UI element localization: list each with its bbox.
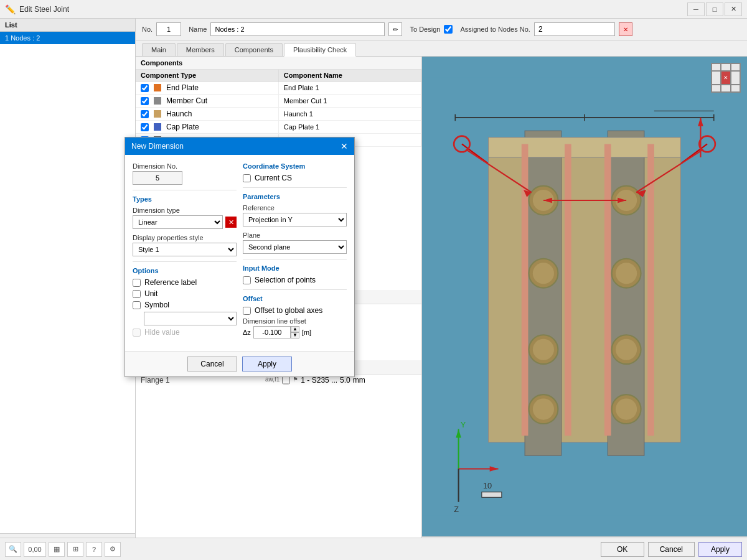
component-row[interactable]: End Plate End Plate 1 — [136, 82, 421, 95]
current-cs-text: Current CS — [255, 174, 292, 182]
comp-checkbox[interactable] — [141, 123, 149, 131]
ref-label-row: Reference label — [133, 278, 237, 287]
modal-close-button[interactable]: ✕ — [341, 141, 348, 151]
name-input[interactable] — [210, 22, 385, 36]
svg-text:10: 10 — [483, 481, 492, 490]
modal-top-row: Dimension No. Types Dimension type Linea… — [133, 162, 347, 343]
plane-label: Plane — [243, 231, 347, 239]
unit-checkbox[interactable] — [133, 290, 141, 298]
tab-components[interactable]: Components — [225, 43, 283, 56]
title-bar: ✏️ Edit Steel Joint ─ □ ✕ — [0, 0, 747, 19]
app-settings-btn[interactable]: ⚙ — [105, 542, 121, 557]
app-help-btn[interactable]: ? — [86, 542, 102, 557]
offset-value-input[interactable] — [253, 326, 291, 338]
component-row[interactable]: Cap Plate Cap Plate 1 — [136, 121, 421, 134]
comp-checkbox[interactable] — [141, 97, 149, 105]
display-style-field: Display properties style Style 1 Style 2 — [133, 234, 237, 256]
comp-name: Haunch 1 — [278, 108, 421, 121]
types-section-title: Types — [133, 195, 237, 203]
assigned-pick-btn[interactable]: ✕ — [619, 22, 632, 36]
spin-controls: ▲ ▼ — [291, 326, 299, 338]
tab-members[interactable]: Members — [177, 43, 224, 56]
svg-point-23 — [533, 263, 554, 284]
comp-type-name: End Plate — [166, 83, 199, 92]
app-search-btn[interactable]: 🔍 — [5, 542, 21, 557]
comp-checkbox[interactable] — [141, 110, 149, 118]
offset-input-row: Δz ▲ ▼ [m] — [243, 326, 347, 338]
dim-no-input[interactable] — [133, 171, 182, 185]
name-group: Name ✏ — [189, 22, 402, 36]
display-style-select[interactable]: Style 1 Style 2 — [133, 243, 237, 256]
no-label: No. — [142, 26, 153, 33]
svg-rect-52 — [482, 492, 502, 498]
app-grid-btn[interactable]: ▦ — [49, 542, 65, 557]
name-label: Name — [189, 26, 207, 33]
app-bottom-right: OK Cancel Apply — [601, 542, 742, 557]
svg-point-25 — [616, 263, 637, 284]
dim-line-offset-field: Dimension line offset Δz ▲ ▼ [m] — [243, 317, 347, 338]
sel-points-checkbox[interactable] — [243, 276, 251, 284]
no-group: No. — [142, 22, 181, 36]
component-row[interactable]: Haunch Haunch 1 — [136, 108, 421, 121]
maximize-button[interactable]: □ — [706, 2, 723, 16]
no-input[interactable] — [156, 22, 181, 36]
comp-type-name: Cap Plate — [166, 123, 199, 131]
assigned-group: Assigned to Nodes No. ✕ — [460, 22, 632, 36]
component-row[interactable]: Member Cut Member Cut 1 — [136, 95, 421, 108]
close-button[interactable]: ✕ — [725, 2, 742, 16]
reference-select[interactable]: Projection in X Projection in Y Projecti… — [243, 213, 347, 226]
spin-down[interactable]: ▼ — [291, 332, 299, 338]
spin-up[interactable]: ▲ — [291, 326, 299, 332]
ref-label-checkbox[interactable] — [133, 279, 141, 287]
to-design-label: To Design — [410, 26, 440, 33]
offset-global-checkbox[interactable] — [243, 307, 251, 315]
svg-point-33 — [616, 399, 637, 420]
comp-type-header: Component Type — [136, 70, 278, 82]
comp-color-box — [154, 123, 161, 131]
symbol-checkbox[interactable] — [133, 301, 141, 309]
dim-type-label: Dimension type — [133, 207, 237, 214]
svg-rect-17 — [647, 144, 654, 436]
modal-left-col: Dimension No. Types Dimension type Linea… — [133, 162, 237, 343]
comp-name-header: Component Name — [278, 70, 421, 82]
flange-checkbox[interactable] — [282, 376, 290, 385]
ref-label-text: Reference label — [144, 278, 197, 287]
offset-symbol: Δz — [243, 329, 251, 336]
grid-icon[interactable]: ✕ — [711, 63, 741, 93]
to-design-checkbox[interactable] — [444, 25, 453, 34]
apply-bottom-button[interactable]: Apply — [698, 542, 742, 557]
assigned-input[interactable] — [534, 22, 615, 36]
name-edit-btn[interactable]: ✏ — [388, 22, 402, 36]
svg-text:Z: Z — [454, 505, 459, 514]
modal-apply-button[interactable]: Apply — [242, 357, 292, 371]
ok-button[interactable]: OK — [601, 542, 644, 557]
dim-type-select[interactable]: Linear Angular Radial — [133, 215, 223, 229]
comp-checkbox[interactable] — [141, 84, 149, 92]
current-cs-checkbox[interactable] — [243, 174, 251, 182]
modal-cancel-button[interactable]: Cancel — [187, 357, 237, 371]
plane-select[interactable]: First plane Second plane Third plane — [243, 240, 347, 254]
tab-plausibility[interactable]: Plausibility Check — [284, 43, 356, 57]
symbol-text: Symbol — [144, 301, 169, 309]
minimize-button[interactable]: ─ — [687, 2, 705, 16]
sel-points-row: Selection of points — [243, 276, 347, 284]
list-item[interactable]: 1 Nodes : 2 — [0, 32, 135, 44]
viewport-icon-group: ✕ — [711, 63, 741, 93]
steel-joint-svg: Y Z 10 — [422, 57, 747, 536]
comp-type-name: Haunch — [166, 110, 192, 118]
tab-main[interactable]: Main — [142, 43, 176, 56]
svg-point-27 — [533, 339, 554, 360]
dim-type-x-btn[interactable]: ✕ — [225, 217, 237, 228]
svg-text:Y: Y — [461, 420, 466, 429]
current-cs-row: Current CS — [243, 174, 347, 182]
cancel-bottom-button[interactable]: Cancel — [648, 542, 695, 557]
dim-type-field: Dimension type Linear Angular Radial ✕ — [133, 207, 237, 229]
symbol-select[interactable] — [144, 312, 237, 325]
app-snap-btn[interactable]: ⊞ — [67, 542, 83, 557]
unit-text: Unit — [144, 289, 157, 298]
svg-point-31 — [533, 399, 554, 420]
app-coord-btn[interactable]: 0,00 — [24, 542, 46, 557]
dim-no-field: Dimension No. — [133, 162, 237, 185]
hide-value-checkbox[interactable] — [133, 329, 141, 337]
list-panel: List 1 Nodes : 2 + ✏ ⧉ ✕ ✕ — [0, 19, 136, 556]
